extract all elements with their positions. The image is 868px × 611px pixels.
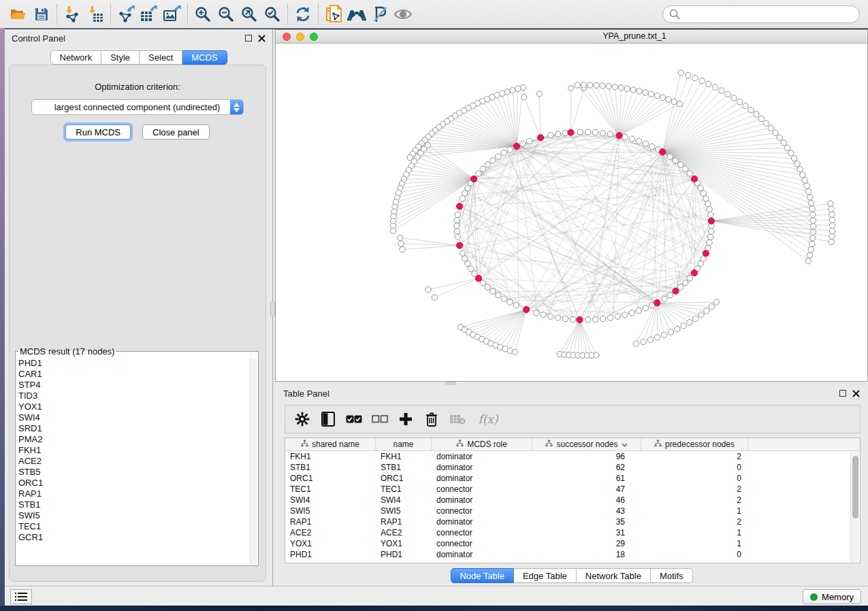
network-leaf-node[interactable] xyxy=(678,70,684,76)
network-leaf-node[interactable] xyxy=(743,103,748,108)
network-node[interactable] xyxy=(707,234,713,240)
network-node[interactable] xyxy=(592,316,598,322)
network-node[interactable] xyxy=(707,206,712,212)
network-node[interactable] xyxy=(513,302,519,308)
network-node[interactable] xyxy=(687,276,692,281)
network-node[interactable] xyxy=(649,144,655,149)
run-mcds-button[interactable]: Run MCDS xyxy=(65,125,131,139)
network-node[interactable] xyxy=(462,256,468,261)
network-leaf-node[interactable] xyxy=(612,84,617,90)
optimization-criterion-select[interactable]: largest connected component (undirected) xyxy=(31,99,244,115)
network-leaf-node[interactable] xyxy=(510,87,515,93)
network-dominator-node[interactable] xyxy=(673,288,679,294)
network-leaf-node[interactable] xyxy=(641,339,646,344)
network-leaf-node[interactable] xyxy=(618,85,624,90)
network-node[interactable] xyxy=(485,284,490,290)
column-header-predecessor-nodes[interactable]: predecessor nodes xyxy=(641,438,748,450)
network-leaf-node[interactable] xyxy=(671,99,677,104)
search-network-button[interactable] xyxy=(345,3,368,25)
save-session-button[interactable] xyxy=(30,3,53,25)
network-leaf-node[interactable] xyxy=(808,200,814,205)
network-node[interactable] xyxy=(465,261,470,266)
network-leaf-node[interactable] xyxy=(794,161,800,167)
network-leaf-node[interactable] xyxy=(828,201,833,206)
mcds-result-item[interactable]: SWI4 xyxy=(18,412,248,423)
network-leaf-node[interactable] xyxy=(712,84,718,90)
network-leaf-node[interactable] xyxy=(777,135,782,140)
refresh-view-button[interactable] xyxy=(291,3,315,25)
network-node[interactable] xyxy=(585,317,590,323)
network-canvas-svg[interactable] xyxy=(276,44,867,382)
network-leaf-node[interactable] xyxy=(594,82,599,88)
network-leaf-node[interactable] xyxy=(648,91,654,97)
close-panel-button[interactable]: Close panel xyxy=(142,125,210,139)
network-node[interactable] xyxy=(548,314,553,319)
sort-caret-icon[interactable] xyxy=(622,440,628,449)
network-node[interactable] xyxy=(607,131,613,137)
network-node[interactable] xyxy=(708,229,713,234)
network-leaf-node[interactable] xyxy=(606,84,611,89)
close-table-panel-icon[interactable] xyxy=(852,390,860,397)
tab-mcds[interactable]: MCDS xyxy=(182,50,227,65)
tab-node-table[interactable]: Node Table xyxy=(450,568,514,583)
open-session-button[interactable] xyxy=(7,3,30,25)
network-node[interactable] xyxy=(460,195,465,201)
network-node[interactable] xyxy=(496,293,501,298)
create-column-button[interactable] xyxy=(396,409,416,429)
zoom-fit-button[interactable] xyxy=(238,3,261,25)
network-node[interactable] xyxy=(462,191,468,196)
network-leaf-node[interactable] xyxy=(829,222,835,228)
network-dominator-node[interactable] xyxy=(708,218,714,224)
network-leaf-node[interactable] xyxy=(521,95,527,100)
network-leaf-node[interactable] xyxy=(829,233,835,239)
network-leaf-node[interactable] xyxy=(737,99,742,104)
tab-select[interactable]: Select xyxy=(140,50,182,65)
tab-style[interactable]: Style xyxy=(101,50,140,65)
tab-edge-table[interactable]: Edge Table xyxy=(514,568,577,583)
network-node[interactable] xyxy=(496,154,501,159)
network-dominator-node[interactable] xyxy=(691,176,697,182)
network-leaf-node[interactable] xyxy=(407,154,413,160)
table-scrollbar-thumb[interactable] xyxy=(852,456,858,518)
delete-columns-button[interactable] xyxy=(421,409,442,429)
network-leaf-node[interactable] xyxy=(699,78,705,84)
network-node[interactable] xyxy=(454,229,460,234)
column-header-successor-nodes[interactable]: successor nodes xyxy=(532,438,641,450)
network-node[interactable] xyxy=(555,315,560,320)
mcds-result-item[interactable]: RAP1 xyxy=(18,489,248,499)
network-node[interactable] xyxy=(465,185,470,191)
network-leaf-node[interactable] xyxy=(829,217,835,222)
network-leaf-node[interactable] xyxy=(432,295,437,300)
import-table-button[interactable] xyxy=(84,3,107,25)
table-row[interactable]: YOX1YOX1connector291 xyxy=(285,538,860,549)
network-node[interactable] xyxy=(455,212,460,217)
column-header-MCDS-role[interactable]: MCDS role xyxy=(432,438,532,450)
network-leaf-node[interactable] xyxy=(660,95,665,100)
network-dominator-node[interactable] xyxy=(456,242,462,248)
mcds-result-item[interactable]: SRD1 xyxy=(18,423,248,434)
table-row[interactable]: PHD1PHD1dominator180 xyxy=(285,549,860,560)
network-node[interactable] xyxy=(585,129,590,135)
network-node[interactable] xyxy=(548,133,553,138)
network-leaf-node[interactable] xyxy=(637,88,642,94)
select-all-rows-button[interactable] xyxy=(344,409,364,429)
network-node[interactable] xyxy=(607,315,613,320)
network-leaf-node[interactable] xyxy=(398,241,404,246)
network-node[interactable] xyxy=(454,223,460,229)
network-node[interactable] xyxy=(636,138,641,144)
import-network-button[interactable] xyxy=(61,3,84,25)
network-leaf-node[interactable] xyxy=(594,352,599,358)
network-node[interactable] xyxy=(501,296,507,301)
window-maximize-icon[interactable] xyxy=(310,33,318,41)
share-document-button[interactable] xyxy=(322,3,345,25)
network-node[interactable] xyxy=(562,130,568,135)
network-leaf-node[interactable] xyxy=(685,72,690,78)
network-leaf-node[interactable] xyxy=(810,212,816,217)
close-panel-icon[interactable] xyxy=(258,35,266,42)
network-leaf-node[interactable] xyxy=(668,329,673,335)
table-row[interactable]: STB1STB1dominator620 xyxy=(285,462,860,473)
network-leaf-node[interactable] xyxy=(675,326,680,331)
network-leaf-node[interactable] xyxy=(810,235,816,241)
network-node[interactable] xyxy=(534,310,539,316)
mcds-result-item[interactable]: FKH1 xyxy=(18,445,248,456)
